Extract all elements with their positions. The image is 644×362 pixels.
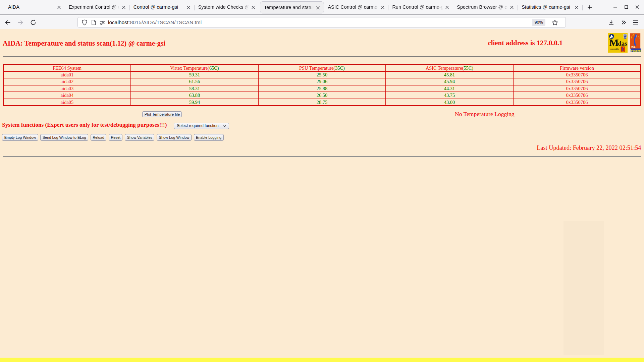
svg-text:T C L: T C L <box>621 51 624 52</box>
svg-text:POWERED: POWERED <box>631 50 641 52</box>
svg-text:TCL: TCL <box>631 46 636 48</box>
svg-text:idas: idas <box>616 40 627 47</box>
svg-text:powered by: powered by <box>610 48 619 50</box>
